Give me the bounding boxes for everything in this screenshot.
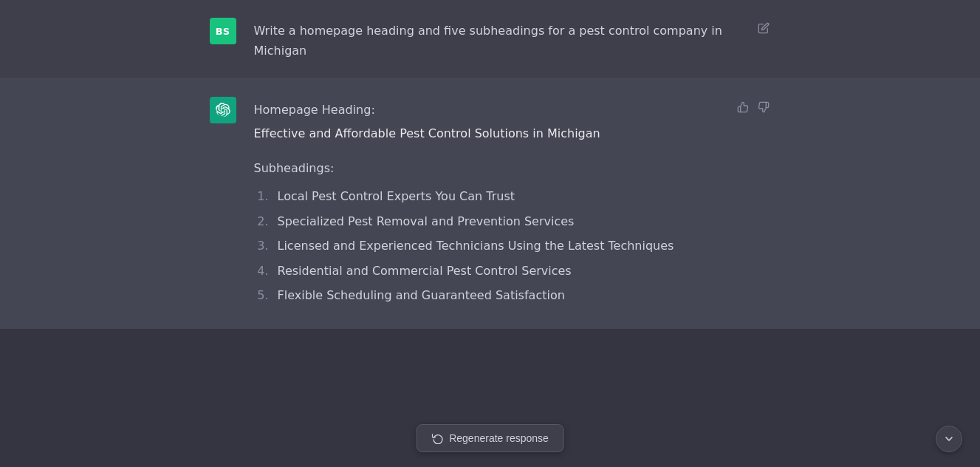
thumbs-up-button[interactable] bbox=[736, 100, 750, 115]
user-message-actions bbox=[756, 21, 771, 35]
user-avatar: BS bbox=[210, 18, 236, 44]
assistant-message-block: Homepage Heading: Effective and Affordab… bbox=[0, 79, 980, 329]
list-item-text: Licensed and Experienced Technicians Usi… bbox=[278, 236, 674, 256]
list-number: 4. bbox=[254, 262, 269, 281]
heading-value: Effective and Affordable Pest Control So… bbox=[254, 123, 771, 143]
user-message-block: BS Write a homepage heading and five sub… bbox=[0, 0, 980, 78]
subheadings-list: 1.Local Pest Control Experts You Can Tru… bbox=[254, 187, 771, 305]
subheadings-label: Subheadings: bbox=[254, 158, 771, 178]
edit-icon bbox=[758, 22, 770, 34]
chatgpt-icon bbox=[216, 103, 230, 117]
list-item: 1.Local Pest Control Experts You Can Tru… bbox=[254, 187, 771, 206]
list-number: 1. bbox=[254, 187, 269, 206]
list-item: 2.Specialized Pest Removal and Preventio… bbox=[254, 212, 771, 231]
regenerate-icon bbox=[431, 432, 443, 444]
regenerate-button[interactable]: Regenerate response bbox=[416, 424, 564, 452]
assistant-message-actions bbox=[736, 100, 771, 115]
assistant-message-content: Homepage Heading: Effective and Affordab… bbox=[254, 97, 771, 311]
list-number: 5. bbox=[254, 286, 269, 305]
thumbs-down-icon bbox=[758, 101, 770, 113]
edit-button[interactable] bbox=[756, 21, 771, 35]
gpt-avatar bbox=[210, 97, 236, 123]
thumbs-down-button[interactable] bbox=[756, 100, 771, 115]
scroll-down-button[interactable] bbox=[936, 426, 962, 452]
list-item: 3.Licensed and Experienced Technicians U… bbox=[254, 236, 771, 256]
user-message-text: Write a homepage heading and five subhea… bbox=[254, 24, 722, 58]
list-item-text: Specialized Pest Removal and Prevention … bbox=[278, 212, 575, 231]
user-message-content: Write a homepage heading and five subhea… bbox=[254, 18, 771, 61]
list-item-text: Flexible Scheduling and Guaranteed Satis… bbox=[278, 286, 565, 305]
list-item: 4.Residential and Commercial Pest Contro… bbox=[254, 262, 771, 281]
regenerate-label: Regenerate response bbox=[449, 432, 549, 444]
list-item: 5.Flexible Scheduling and Guaranteed Sat… bbox=[254, 286, 771, 305]
user-initials: BS bbox=[216, 26, 230, 37]
list-item-text: Residential and Commercial Pest Control … bbox=[278, 262, 572, 281]
heading-label: Homepage Heading: bbox=[254, 100, 771, 120]
list-number: 2. bbox=[254, 212, 269, 231]
thumbs-up-icon bbox=[737, 101, 749, 113]
regenerate-bar: Regenerate response bbox=[416, 424, 564, 452]
scroll-down-icon bbox=[943, 433, 955, 445]
list-number: 3. bbox=[254, 236, 269, 256]
list-item-text: Local Pest Control Experts You Can Trust bbox=[278, 187, 515, 206]
